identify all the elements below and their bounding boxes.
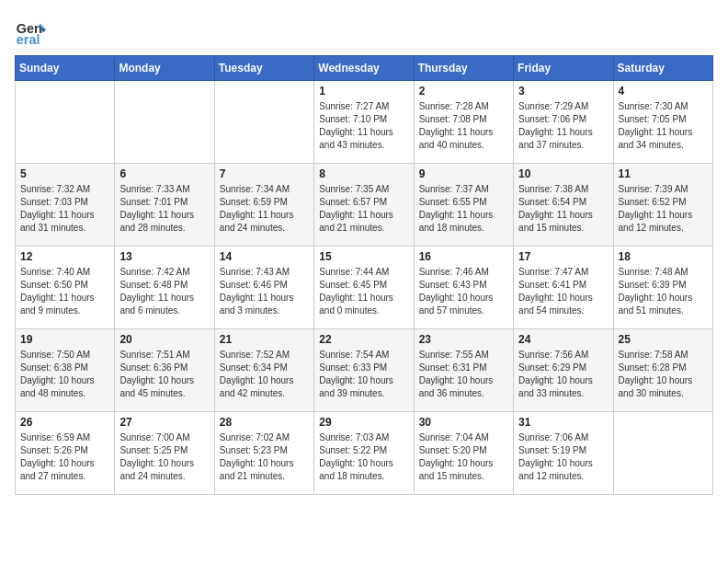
day-number: 14 (220, 250, 309, 263)
calendar-cell: 24Sunrise: 7:56 AM Sunset: 6:29 PM Dayli… (514, 329, 613, 412)
day-info: Sunrise: 7:38 AM Sunset: 6:54 PM Dayligh… (518, 183, 608, 235)
day-number: 17 (518, 250, 608, 263)
calendar-cell: 27Sunrise: 7:00 AM Sunset: 5:25 PM Dayli… (115, 412, 214, 495)
day-header-thursday: Thursday (414, 56, 513, 81)
day-info: Sunrise: 7:02 AM Sunset: 5:23 PM Dayligh… (220, 431, 309, 483)
day-header-tuesday: Tuesday (214, 56, 313, 81)
day-number: 30 (419, 416, 508, 429)
day-number: 5 (20, 167, 109, 180)
week-row-2: 5Sunrise: 7:32 AM Sunset: 7:03 PM Daylig… (16, 164, 713, 247)
logo: Gen eral (15, 15, 51, 48)
svg-text:eral: eral (17, 32, 40, 47)
day-info: Sunrise: 7:43 AM Sunset: 6:46 PM Dayligh… (220, 266, 309, 317)
day-header-monday: Monday (115, 56, 214, 81)
calendar-cell: 29Sunrise: 7:03 AM Sunset: 5:22 PM Dayli… (314, 412, 414, 495)
day-info: Sunrise: 7:03 AM Sunset: 5:22 PM Dayligh… (319, 431, 408, 483)
day-info: Sunrise: 7:42 AM Sunset: 6:48 PM Dayligh… (119, 266, 209, 317)
calendar-cell: 5Sunrise: 7:32 AM Sunset: 7:03 PM Daylig… (16, 164, 115, 247)
calendar-cell (214, 81, 313, 164)
calendar-cell: 3Sunrise: 7:29 AM Sunset: 7:06 PM Daylig… (514, 81, 613, 164)
day-number: 19 (20, 333, 109, 346)
day-number: 10 (518, 167, 608, 180)
day-info: Sunrise: 7:00 AM Sunset: 5:25 PM Dayligh… (119, 431, 209, 483)
calendar-cell: 4Sunrise: 7:30 AM Sunset: 7:05 PM Daylig… (613, 81, 712, 164)
day-info: Sunrise: 7:37 AM Sunset: 6:55 PM Dayligh… (419, 183, 508, 235)
calendar-cell: 7Sunrise: 7:34 AM Sunset: 6:59 PM Daylig… (214, 164, 313, 247)
calendar-cell: 20Sunrise: 7:51 AM Sunset: 6:36 PM Dayli… (115, 329, 214, 412)
day-header-friday: Friday (514, 56, 613, 81)
day-header-sunday: Sunday (16, 56, 115, 81)
day-number: 6 (119, 167, 209, 180)
calendar-cell: 31Sunrise: 7:06 AM Sunset: 5:19 PM Dayli… (514, 412, 613, 495)
day-info: Sunrise: 7:46 AM Sunset: 6:43 PM Dayligh… (419, 266, 508, 317)
day-number: 25 (619, 333, 708, 346)
calendar-cell: 9Sunrise: 7:37 AM Sunset: 6:55 PM Daylig… (414, 164, 513, 247)
day-number: 3 (518, 85, 608, 98)
day-info: Sunrise: 7:30 AM Sunset: 7:05 PM Dayligh… (619, 100, 708, 152)
day-header-wednesday: Wednesday (314, 56, 414, 81)
day-number: 13 (119, 250, 209, 263)
day-info: Sunrise: 7:29 AM Sunset: 7:06 PM Dayligh… (518, 100, 608, 152)
calendar-cell: 19Sunrise: 7:50 AM Sunset: 6:38 PM Dayli… (16, 329, 115, 412)
day-info: Sunrise: 7:39 AM Sunset: 6:52 PM Dayligh… (619, 183, 708, 235)
calendar-cell: 10Sunrise: 7:38 AM Sunset: 6:54 PM Dayli… (514, 164, 613, 247)
day-number: 29 (319, 416, 408, 429)
calendar-cell (613, 412, 712, 495)
day-number: 4 (619, 85, 708, 98)
day-info: Sunrise: 7:40 AM Sunset: 6:50 PM Dayligh… (20, 266, 109, 317)
day-number: 12 (20, 250, 109, 263)
calendar-cell: 16Sunrise: 7:46 AM Sunset: 6:43 PM Dayli… (414, 247, 513, 329)
day-info: Sunrise: 7:06 AM Sunset: 5:19 PM Dayligh… (518, 431, 608, 483)
day-number: 15 (319, 250, 408, 263)
day-number: 23 (419, 333, 508, 346)
calendar-cell: 2Sunrise: 7:28 AM Sunset: 7:08 PM Daylig… (414, 81, 513, 164)
week-row-1: 1Sunrise: 7:27 AM Sunset: 7:10 PM Daylig… (16, 81, 713, 164)
day-info: Sunrise: 7:56 AM Sunset: 6:29 PM Dayligh… (518, 349, 608, 400)
day-info: Sunrise: 7:54 AM Sunset: 6:33 PM Dayligh… (319, 349, 408, 400)
day-info: Sunrise: 7:33 AM Sunset: 7:01 PM Dayligh… (119, 183, 209, 235)
calendar-cell: 14Sunrise: 7:43 AM Sunset: 6:46 PM Dayli… (214, 247, 313, 329)
day-header-saturday: Saturday (613, 56, 712, 81)
calendar-cell: 1Sunrise: 7:27 AM Sunset: 7:10 PM Daylig… (314, 81, 414, 164)
calendar-cell: 12Sunrise: 7:40 AM Sunset: 6:50 PM Dayli… (16, 247, 115, 329)
day-number: 27 (119, 416, 209, 429)
calendar-cell: 8Sunrise: 7:35 AM Sunset: 6:57 PM Daylig… (314, 164, 414, 247)
day-number: 7 (220, 167, 309, 180)
day-info: Sunrise: 7:55 AM Sunset: 6:31 PM Dayligh… (419, 349, 508, 400)
day-info: Sunrise: 7:58 AM Sunset: 6:28 PM Dayligh… (619, 349, 708, 400)
day-info: Sunrise: 7:48 AM Sunset: 6:39 PM Dayligh… (619, 266, 708, 317)
calendar-cell: 26Sunrise: 6:59 AM Sunset: 5:26 PM Dayli… (16, 412, 115, 495)
logo-icon: Gen eral (15, 15, 48, 48)
calendar-cell: 30Sunrise: 7:04 AM Sunset: 5:20 PM Dayli… (414, 412, 513, 495)
day-number: 8 (319, 167, 408, 180)
week-row-5: 26Sunrise: 6:59 AM Sunset: 5:26 PM Dayli… (16, 412, 713, 495)
calendar-cell: 28Sunrise: 7:02 AM Sunset: 5:23 PM Dayli… (214, 412, 313, 495)
day-info: Sunrise: 7:34 AM Sunset: 6:59 PM Dayligh… (220, 183, 309, 235)
week-row-4: 19Sunrise: 7:50 AM Sunset: 6:38 PM Dayli… (16, 329, 713, 412)
day-number: 2 (419, 85, 508, 98)
calendar-header-row: SundayMondayTuesdayWednesdayThursdayFrid… (16, 56, 713, 81)
calendar-cell: 25Sunrise: 7:58 AM Sunset: 6:28 PM Dayli… (613, 329, 712, 412)
day-info: Sunrise: 7:52 AM Sunset: 6:34 PM Dayligh… (220, 349, 309, 400)
day-info: Sunrise: 7:47 AM Sunset: 6:41 PM Dayligh… (518, 266, 608, 317)
calendar-cell: 13Sunrise: 7:42 AM Sunset: 6:48 PM Dayli… (115, 247, 214, 329)
day-info: Sunrise: 7:51 AM Sunset: 6:36 PM Dayligh… (119, 349, 209, 400)
day-number: 24 (518, 333, 608, 346)
day-info: Sunrise: 7:44 AM Sunset: 6:45 PM Dayligh… (319, 266, 408, 317)
calendar-cell: 22Sunrise: 7:54 AM Sunset: 6:33 PM Dayli… (314, 329, 414, 412)
day-number: 1 (319, 85, 408, 98)
calendar-cell: 15Sunrise: 7:44 AM Sunset: 6:45 PM Dayli… (314, 247, 414, 329)
day-info: Sunrise: 7:28 AM Sunset: 7:08 PM Dayligh… (419, 100, 508, 152)
calendar-cell (115, 81, 214, 164)
day-info: Sunrise: 7:32 AM Sunset: 7:03 PM Dayligh… (20, 183, 109, 235)
day-info: Sunrise: 7:04 AM Sunset: 5:20 PM Dayligh… (419, 431, 508, 483)
calendar-cell: 23Sunrise: 7:55 AM Sunset: 6:31 PM Dayli… (414, 329, 513, 412)
page-header: Gen eral (15, 15, 713, 48)
calendar-cell: 6Sunrise: 7:33 AM Sunset: 7:01 PM Daylig… (115, 164, 214, 247)
day-number: 18 (619, 250, 708, 263)
calendar-cell: 17Sunrise: 7:47 AM Sunset: 6:41 PM Dayli… (514, 247, 613, 329)
day-info: Sunrise: 7:27 AM Sunset: 7:10 PM Dayligh… (319, 100, 408, 152)
day-number: 21 (220, 333, 309, 346)
day-number: 16 (419, 250, 508, 263)
day-number: 22 (319, 333, 408, 346)
